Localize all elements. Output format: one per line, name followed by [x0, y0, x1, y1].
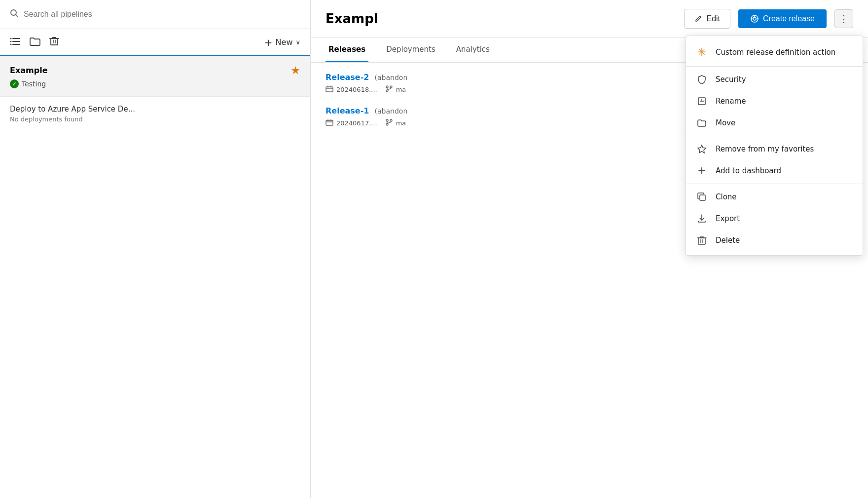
tab-deployments[interactable]: Deployments — [383, 38, 438, 62]
pipeline-item-header: Example ★ — [10, 64, 300, 77]
dropdown-item-dashboard[interactable]: Add to dashboard — [686, 160, 863, 182]
plus-icon: + — [264, 37, 273, 48]
svg-rect-17 — [326, 87, 333, 92]
list-icon[interactable] — [10, 37, 21, 48]
dropdown-label-move: Move — [716, 118, 735, 127]
release-2-status: (abandon — [375, 74, 408, 81]
svg-rect-36 — [700, 195, 705, 200]
release-2-branch: ma — [385, 85, 406, 94]
branch-icon-2 — [385, 118, 393, 128]
svg-point-22 — [390, 86, 392, 88]
svg-point-7 — [10, 43, 12, 45]
svg-rect-37 — [698, 238, 705, 244]
dropdown-item-clone[interactable]: Clone — [686, 186, 863, 208]
page-title: Exampl — [326, 11, 676, 26]
dropdown-item-unfavorite[interactable]: Remove from my favorites — [686, 138, 863, 160]
asterisk-icon: ✳ — [696, 46, 708, 58]
trash-icon[interactable] — [49, 36, 59, 48]
release-1-date-text: 20240617.... — [336, 119, 377, 127]
shield-icon — [696, 75, 708, 84]
plus-circle-icon — [696, 166, 708, 176]
pipeline-name: Example — [10, 66, 48, 75]
dropdown-label-clone: Clone — [716, 192, 737, 201]
dropdown-item-rename[interactable]: Rename — [686, 90, 863, 112]
svg-rect-8 — [51, 38, 58, 45]
dropdown-label-dashboard: Add to dashboard — [716, 166, 781, 175]
svg-line-1 — [16, 15, 18, 17]
pipeline-list: Example ★ ✓ Testing Deploy to Azure App … — [0, 56, 310, 498]
svg-point-29 — [390, 119, 392, 121]
right-header: Exampl Edit Create release ⋮ — [311, 0, 868, 38]
dropdown-divider-2 — [686, 136, 863, 136]
rename-icon — [696, 96, 708, 106]
pipeline-status: ✓ Testing — [10, 79, 300, 88]
dropdown-label-security: Security — [716, 75, 746, 84]
tab-analytics[interactable]: Analytics — [453, 38, 493, 62]
svg-rect-24 — [326, 120, 333, 125]
left-panel: + New ∨ Example ★ ✓ Testing Deploy to Az… — [0, 0, 311, 498]
search-input[interactable] — [24, 10, 300, 19]
rocket-icon — [750, 14, 759, 23]
build-icon — [326, 85, 333, 94]
release-1-branch-text: ma — [396, 119, 406, 127]
tab-releases[interactable]: Releases — [326, 38, 368, 62]
deploy-subtitle: No deployments found — [10, 115, 300, 123]
edit-label: Edit — [706, 14, 720, 23]
dropdown-item-security[interactable]: Security — [686, 69, 863, 90]
dropdown-divider-1 — [686, 66, 863, 67]
svg-point-6 — [10, 40, 12, 42]
svg-point-5 — [10, 38, 12, 39]
star-filled-icon[interactable]: ★ — [290, 64, 300, 77]
dropdown-label-delete: Delete — [716, 236, 740, 245]
dropdown-menu: ✳ Custom release definition action Secur… — [686, 36, 863, 256]
dropdown-item-move[interactable]: Move — [686, 112, 863, 134]
delete-icon — [696, 235, 708, 245]
svg-point-13 — [753, 17, 756, 20]
svg-point-30 — [386, 123, 388, 125]
export-icon — [696, 214, 708, 224]
pipeline-item-deploy[interactable]: Deploy to Azure App Service De... No dep… — [0, 97, 310, 131]
release-1-branch: ma — [385, 118, 406, 128]
dropdown-label-custom: Custom release definition action — [716, 48, 835, 57]
build-icon-2 — [326, 118, 333, 128]
dropdown-item-delete[interactable]: Delete — [686, 230, 863, 251]
search-bar — [0, 0, 310, 29]
dropdown-item-custom[interactable]: ✳ Custom release definition action — [686, 40, 863, 64]
edit-button[interactable]: Edit — [684, 9, 730, 29]
right-panel: Exampl Edit Create release ⋮ Releases — [311, 0, 868, 498]
toolbar: + New ∨ — [0, 29, 310, 56]
svg-point-28 — [386, 119, 388, 121]
search-icon — [10, 9, 19, 20]
folder-icon[interactable] — [30, 37, 40, 48]
dropdown-label-unfavorite: Remove from my favorites — [716, 145, 814, 153]
create-release-button[interactable]: Create release — [738, 9, 827, 28]
clone-icon — [696, 192, 708, 202]
release-2-link[interactable]: Release-2 — [326, 73, 369, 82]
release-2-date-text: 20240618.... — [336, 86, 377, 93]
pipeline-item-example[interactable]: Example ★ ✓ Testing — [0, 56, 310, 97]
svg-point-23 — [386, 90, 388, 92]
toolbar-icons — [10, 36, 255, 48]
edit-icon — [694, 15, 702, 23]
dropdown-label-export: Export — [716, 214, 740, 223]
release-1-date: 20240617.... — [326, 118, 377, 128]
dropdown-overlay: ✳ Custom release definition action Secur… — [686, 36, 863, 256]
new-button[interactable]: + New ∨ — [264, 37, 300, 48]
chevron-down-icon: ∨ — [295, 38, 300, 46]
dropdown-label-rename: Rename — [716, 97, 746, 106]
release-1-link[interactable]: Release-1 — [326, 106, 369, 115]
branch-icon — [385, 85, 393, 94]
svg-point-21 — [386, 86, 388, 88]
more-options-button[interactable]: ⋮ — [834, 9, 853, 28]
dropdown-divider-3 — [686, 184, 863, 184]
deploy-title: Deploy to Azure App Service De... — [10, 105, 300, 114]
release-1-status: (abandon — [375, 107, 408, 115]
release-2-branch-text: ma — [396, 86, 406, 93]
star-outline-icon — [696, 144, 708, 154]
move-icon — [696, 118, 708, 128]
new-label: New — [276, 38, 293, 47]
more-dots-icon: ⋮ — [839, 13, 848, 24]
create-release-label: Create release — [763, 14, 815, 23]
status-text: Testing — [22, 80, 46, 88]
dropdown-item-export[interactable]: Export — [686, 208, 863, 230]
